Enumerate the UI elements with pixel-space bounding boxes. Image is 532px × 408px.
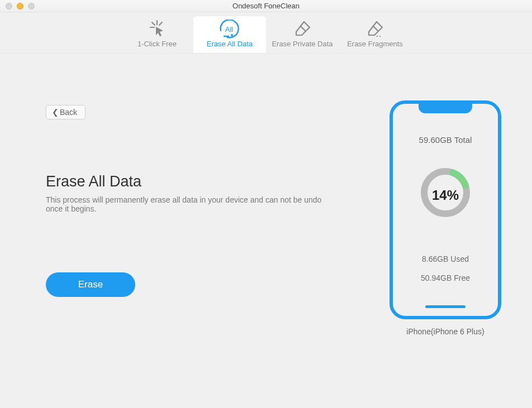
tabstrip: 1-Click Free All Erase All Data Erase Pr… [0,12,532,54]
eraser-icon [293,20,312,39]
tab-label: Erase All Data [207,40,253,48]
eraser-fragments-icon [365,20,384,39]
back-button[interactable]: ❮ Back [46,105,86,119]
zoom-window-button[interactable] [28,3,35,9]
erase-all-icon: All [218,20,241,39]
storage-used: 8.66GB Used [393,255,498,263]
erase-button-label: Erase [78,279,103,290]
tab-label: 1-Click Free [137,40,177,48]
left-pane: ❮ Back Erase All Data This process will … [0,54,359,408]
minimize-window-button[interactable] [17,3,23,9]
tab-label: Erase Private Data [272,40,332,48]
svg-line-7 [373,26,378,31]
cursor-click-icon [148,20,166,39]
phone-notch-icon [419,103,472,113]
chevron-left-icon: ❮ [52,108,59,117]
back-label: Back [60,108,77,117]
tab-erase-private-data[interactable]: Erase Private Data [266,16,339,53]
svg-line-2 [152,22,155,25]
storage-total: 59.60GB Total [419,135,472,145]
tab-label: Erase Fragments [347,40,403,48]
storage-free: 50.94GB Free [393,273,498,282]
erase-button[interactable]: Erase [46,272,135,297]
titlebar: Ondesoft FoneClean [0,0,532,12]
svg-point-5 [231,34,233,36]
device-illustration: 59.60GB Total 14% 8.66GB Used 50.94GB Fr… [390,100,501,319]
phone-home-indicator-icon [425,305,466,308]
tab-1click-free[interactable]: 1-Click Free [121,16,193,53]
svg-text:All: All [225,25,234,33]
svg-line-6 [300,26,306,31]
tab-erase-all-data[interactable]: All Erase All Data [193,16,266,53]
close-window-button[interactable] [6,3,12,9]
svg-line-3 [159,22,162,25]
page-title: Erase All Data [46,173,141,190]
device-panel: 59.60GB Total 14% 8.66GB Used 50.94GB Fr… [359,54,532,408]
content-area: ❮ Back Erase All Data This process will … [0,54,532,408]
storage-percent: 14% [393,188,498,203]
tab-erase-fragments[interactable]: Erase Fragments [339,16,411,53]
page-subtext: This process will permanently erase all … [46,195,336,213]
device-name: iPhone(iPhone 6 Plus) [406,327,484,336]
window-controls [0,3,35,9]
window-title: Ondesoft FoneClean [0,2,532,10]
